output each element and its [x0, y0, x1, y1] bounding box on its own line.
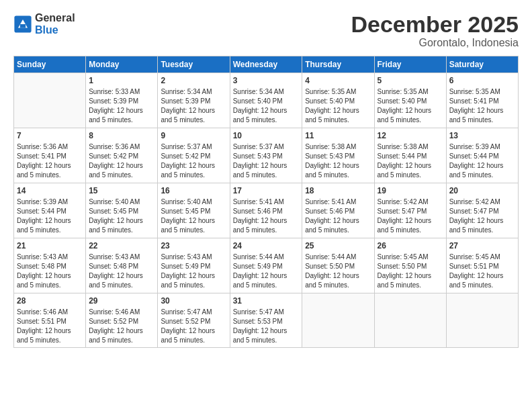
calendar-cell: 31Sunrise: 5:47 AMSunset: 5:53 PMDayligh… [230, 293, 302, 348]
calendar-cell: 29Sunrise: 5:46 AMSunset: 5:52 PMDayligh… [86, 293, 158, 348]
day-info-line: Sunrise: 5:35 AM [449, 87, 515, 97]
day-info-line: Sunset: 5:49 PM [233, 262, 300, 271]
day-info-line: Sunset: 5:48 PM [89, 262, 154, 271]
day-info-line: Daylight: 12 hours [89, 216, 154, 226]
day-info-line: Sunset: 5:50 PM [305, 262, 371, 271]
day-number: 13 [449, 130, 515, 142]
day-info-line: Sunrise: 5:46 AM [89, 308, 154, 317]
day-info-line: Sunrise: 5:42 AM [449, 197, 515, 207]
calendar-day-header: Monday [86, 56, 158, 73]
calendar-cell: 12Sunrise: 5:38 AMSunset: 5:44 PMDayligh… [374, 128, 446, 183]
calendar-week-row: 7Sunrise: 5:36 AMSunset: 5:41 PMDaylight… [14, 128, 519, 183]
calendar-cell: 17Sunrise: 5:41 AMSunset: 5:46 PMDayligh… [230, 183, 302, 238]
calendar-cell: 27Sunrise: 5:45 AMSunset: 5:51 PMDayligh… [446, 238, 518, 293]
day-info-line: and 5 minutes. [233, 281, 300, 290]
day-info-line: Sunset: 5:43 PM [233, 152, 300, 161]
calendar-week-row: 14Sunrise: 5:39 AMSunset: 5:44 PMDayligh… [14, 183, 519, 238]
day-info-line: Sunset: 5:41 PM [17, 152, 83, 161]
day-number: 1 [89, 75, 154, 87]
day-info-line: Sunset: 5:42 PM [89, 152, 154, 161]
calendar-cell [302, 293, 374, 348]
day-info-line: Sunrise: 5:33 AM [89, 87, 154, 97]
day-info-line: Daylight: 12 hours [233, 326, 300, 336]
calendar-cell: 23Sunrise: 5:43 AMSunset: 5:49 PMDayligh… [158, 238, 230, 293]
day-info-line: and 5 minutes. [161, 171, 226, 180]
day-info-line: Sunrise: 5:36 AM [89, 142, 154, 152]
day-info-line: Daylight: 12 hours [89, 106, 154, 116]
day-info-line: Sunrise: 5:47 AM [233, 308, 300, 317]
day-info-line: Sunrise: 5:43 AM [161, 253, 226, 262]
day-info-line: Daylight: 12 hours [449, 216, 515, 226]
day-info-line: and 5 minutes. [233, 226, 300, 235]
calendar-cell: 7Sunrise: 5:36 AMSunset: 5:41 PMDaylight… [14, 128, 86, 183]
day-info-line: Sunset: 5:51 PM [449, 262, 515, 271]
calendar-cell: 21Sunrise: 5:43 AMSunset: 5:48 PMDayligh… [14, 238, 86, 293]
day-number: 15 [89, 185, 154, 197]
day-info-line: Daylight: 12 hours [89, 161, 154, 171]
calendar-day-header: Thursday [302, 56, 374, 73]
logo-icon [13, 15, 32, 34]
day-info-line: Sunrise: 5:36 AM [17, 142, 83, 152]
day-info-line: Sunset: 5:44 PM [449, 152, 515, 161]
day-info-line: Daylight: 12 hours [449, 271, 515, 281]
day-info-line: Sunset: 5:48 PM [17, 262, 83, 271]
day-info-line: Sunset: 5:43 PM [305, 152, 371, 161]
day-info-line: Sunset: 5:44 PM [378, 152, 443, 161]
day-info-line: Daylight: 12 hours [17, 161, 83, 171]
day-number: 3 [233, 75, 300, 87]
calendar-cell: 28Sunrise: 5:46 AMSunset: 5:51 PMDayligh… [14, 293, 86, 348]
day-info-line: Sunrise: 5:43 AM [89, 253, 154, 262]
calendar-cell: 4Sunrise: 5:35 AMSunset: 5:40 PMDaylight… [302, 73, 374, 128]
calendar-cell [446, 293, 518, 348]
day-info-line: and 5 minutes. [449, 281, 515, 290]
calendar-week-row: 1Sunrise: 5:33 AMSunset: 5:39 PMDaylight… [14, 73, 519, 128]
day-info-line: Daylight: 12 hours [17, 216, 83, 226]
day-info-line: and 5 minutes. [89, 226, 154, 235]
day-number: 14 [17, 185, 83, 197]
day-info-line: Daylight: 12 hours [233, 216, 300, 226]
day-info-line: and 5 minutes. [161, 281, 226, 290]
day-info-line: Sunrise: 5:45 AM [449, 253, 515, 262]
calendar-cell: 3Sunrise: 5:34 AMSunset: 5:40 PMDaylight… [230, 73, 302, 128]
day-number: 28 [17, 295, 83, 307]
day-info-line: Daylight: 12 hours [233, 106, 300, 116]
day-info-line: and 5 minutes. [17, 226, 83, 235]
calendar-cell: 20Sunrise: 5:42 AMSunset: 5:47 PMDayligh… [446, 183, 518, 238]
day-info-line: Sunrise: 5:46 AM [17, 308, 83, 317]
calendar-cell: 15Sunrise: 5:40 AMSunset: 5:45 PMDayligh… [86, 183, 158, 238]
day-info-line: Sunset: 5:50 PM [378, 262, 443, 271]
calendar-cell: 1Sunrise: 5:33 AMSunset: 5:39 PMDaylight… [86, 73, 158, 128]
day-info-line: Daylight: 12 hours [161, 216, 226, 226]
calendar-cell: 2Sunrise: 5:34 AMSunset: 5:39 PMDaylight… [158, 73, 230, 128]
day-info-line: Sunset: 5:52 PM [161, 317, 226, 326]
calendar-cell: 25Sunrise: 5:44 AMSunset: 5:50 PMDayligh… [302, 238, 374, 293]
day-info-line: Sunrise: 5:40 AM [89, 197, 154, 207]
day-info-line: and 5 minutes. [449, 116, 515, 125]
day-number: 26 [378, 240, 443, 252]
calendar-cell: 14Sunrise: 5:39 AMSunset: 5:44 PMDayligh… [14, 183, 86, 238]
calendar-cell [14, 73, 86, 128]
day-info-line: Daylight: 12 hours [17, 326, 83, 336]
day-info-line: and 5 minutes. [161, 226, 226, 235]
day-info-line: and 5 minutes. [305, 226, 371, 235]
day-info-line: Sunset: 5:44 PM [17, 207, 83, 216]
day-number: 18 [305, 185, 371, 197]
day-info-line: Sunset: 5:40 PM [378, 97, 443, 106]
day-info-line: and 5 minutes. [233, 336, 300, 345]
day-info-line: Sunrise: 5:37 AM [161, 142, 226, 152]
day-info-line: and 5 minutes. [89, 116, 154, 125]
calendar-cell [374, 293, 446, 348]
day-number: 25 [305, 240, 371, 252]
day-info-line: Sunset: 5:53 PM [233, 317, 300, 326]
day-info-line: and 5 minutes. [378, 171, 443, 180]
day-info-line: and 5 minutes. [89, 336, 154, 345]
page-container: General Blue December 2025 Gorontalo, In… [0, 0, 532, 355]
day-info-line: Sunrise: 5:34 AM [161, 87, 226, 97]
calendar-cell: 30Sunrise: 5:47 AMSunset: 5:52 PMDayligh… [158, 293, 230, 348]
calendar-cell: 9Sunrise: 5:37 AMSunset: 5:42 PMDaylight… [158, 128, 230, 183]
calendar-day-header: Sunday [14, 56, 86, 73]
page-title: December 2025 [351, 12, 519, 37]
calendar-cell: 24Sunrise: 5:44 AMSunset: 5:49 PMDayligh… [230, 238, 302, 293]
calendar-cell: 16Sunrise: 5:40 AMSunset: 5:45 PMDayligh… [158, 183, 230, 238]
day-number: 4 [305, 75, 371, 87]
